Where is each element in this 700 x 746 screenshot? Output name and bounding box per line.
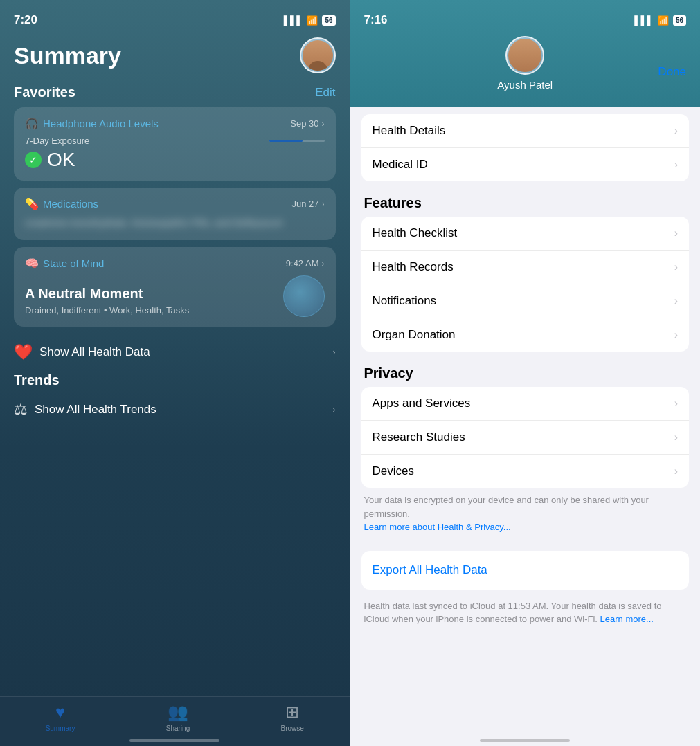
health-details-label: Health Details <box>373 124 446 138</box>
nav-browse[interactable]: ⊞ Browse <box>280 702 303 732</box>
privacy-note: Your data is encrypted on your device an… <box>361 488 690 537</box>
health-records-chevron: › <box>674 261 678 273</box>
wifi-icon: 📶 <box>307 15 318 26</box>
mood-label: A Neutral Moment <box>25 286 189 302</box>
status-icons-right: ▌▌▌ 📶 56 <box>634 15 686 26</box>
browse-nav-label: Browse <box>280 725 303 732</box>
mind-date: 9:42 AM › <box>286 258 325 269</box>
export-button[interactable]: Export All Health Data <box>361 551 690 590</box>
show-all-health-trends-row[interactable]: ⚖ Show All Health Trends › <box>14 395 336 424</box>
icloud-note: Health data last synced to iCloud at 11:… <box>361 597 690 629</box>
meds-blurred-text: creatinine monohydrate, Homeopathic Pill… <box>25 216 325 230</box>
organ-donation-label: Organ Donation <box>373 328 456 342</box>
devices-label: Devices <box>373 464 414 478</box>
privacy-section: Privacy Apps and Services › Research Stu… <box>361 365 690 537</box>
privacy-link[interactable]: Learn more about Health & Privacy... <box>364 522 511 532</box>
exposure-fill <box>269 140 303 142</box>
show-all-chevron: › <box>333 347 336 357</box>
left-panel: 7:20 ▌▌▌ 📶 56 Summary Favorites Edit <box>0 0 350 746</box>
profile-items-card: Health Details › Medical ID › <box>361 114 690 181</box>
headphone-chevron: › <box>322 119 325 129</box>
profile-section: Ayush Patel Done <box>350 30 701 91</box>
favorites-title: Favorites <box>14 84 75 100</box>
health-records-label: Health Records <box>373 260 454 274</box>
browse-nav-icon: ⊞ <box>285 702 299 722</box>
trends-title: Trends <box>14 372 60 388</box>
favorites-section: Favorites Edit 🎧 Headphone Audio Levels … <box>14 84 336 327</box>
health-records-item[interactable]: Health Records › <box>361 251 690 284</box>
exposure-row: 7-Day Exposure <box>25 136 325 146</box>
avatar-face <box>303 40 333 71</box>
export-label: Export All Health Data <box>373 563 487 576</box>
trends-icon: ⚖ <box>14 401 28 419</box>
battery-right: 56 <box>673 15 686 26</box>
icloud-link[interactable]: Learn more... <box>600 614 654 624</box>
edit-button[interactable]: Edit <box>315 86 335 100</box>
health-checklist-label: Health Checklist <box>373 226 458 240</box>
notifications-item[interactable]: Notifications › <box>361 284 690 318</box>
ok-status: OK <box>47 149 75 171</box>
ok-row: ✓ OK <box>25 149 325 171</box>
page-title: Summary <box>14 42 121 69</box>
signal-icon: ▌▌▌ <box>284 15 303 26</box>
health-checklist-item[interactable]: Health Checklist › <box>361 217 690 251</box>
mind-orb <box>283 275 325 317</box>
show-all-trends-label: Show All Health Trends <box>35 403 326 417</box>
research-studies-label: Research Studies <box>373 430 465 444</box>
profile-name: Ayush Patel <box>497 79 553 91</box>
privacy-card: Apps and Services › Research Studies › D… <box>361 387 690 488</box>
notifications-chevron: › <box>674 295 678 307</box>
headphone-title: Headphone Audio Levels <box>43 118 159 129</box>
meds-date: Jun 27 › <box>291 199 324 209</box>
devices-item[interactable]: Devices › <box>361 455 690 488</box>
ok-check-icon: ✓ <box>25 152 42 168</box>
battery-left: 56 <box>322 15 335 26</box>
nav-summary[interactable]: ♥ Summary <box>46 702 75 732</box>
health-details-item[interactable]: Health Details › <box>361 114 690 148</box>
status-bar-right: 7:16 ▌▌▌ 📶 56 <box>350 0 701 30</box>
show-all-health-data-label: Show All Health Data <box>39 345 326 359</box>
medical-id-chevron: › <box>674 158 678 171</box>
mind-title: State of Mind <box>43 257 104 269</box>
time-left: 7:20 <box>14 13 37 27</box>
devices-chevron: › <box>674 465 678 477</box>
apps-services-label: Apps and Services <box>373 397 471 410</box>
mind-chevron: › <box>322 259 325 269</box>
medical-id-item[interactable]: Medical ID › <box>361 148 690 181</box>
trends-chevron: › <box>333 405 336 415</box>
wifi-icon-right: 📶 <box>658 15 669 26</box>
mind-card-inner: A Neutral Moment Drained, Indifferent • … <box>25 275 325 317</box>
trends-header: Trends <box>14 372 336 388</box>
show-all-health-data-row[interactable]: ❤️ Show All Health Data › <box>14 335 336 370</box>
summary-nav-icon: ♥ <box>55 702 65 722</box>
apps-services-item[interactable]: Apps and Services › <box>361 387 690 421</box>
research-studies-item[interactable]: Research Studies › <box>361 421 690 455</box>
meds-card-header: 💊 Medications Jun 27 › <box>25 197 325 210</box>
privacy-header: Privacy <box>361 365 690 381</box>
headphone-card[interactable]: 🎧 Headphone Audio Levels Sep 30 › 7-Day … <box>14 107 336 181</box>
profile-items-section: Health Details › Medical ID › <box>361 114 690 181</box>
left-content: Summary Favorites Edit 🎧 Headphone Audio… <box>0 30 350 424</box>
nav-sharing[interactable]: 👥 Sharing <box>166 702 190 732</box>
summary-nav-label: Summary <box>46 725 75 732</box>
mind-text-block: A Neutral Moment Drained, Indifferent • … <box>25 286 189 317</box>
right-panel-inner: 7:16 ▌▌▌ 📶 56 Ayush Patel Done Health De… <box>350 0 701 746</box>
status-icons-left: ▌▌▌ 📶 56 <box>284 15 336 26</box>
right-list-container: Health Details › Medical ID › Features H… <box>350 107 701 746</box>
mind-icon: 🧠 <box>25 257 39 270</box>
time-right: 7:16 <box>364 13 388 27</box>
meds-title-row: 💊 Medications <box>25 197 98 210</box>
meds-icon: 💊 <box>25 197 39 210</box>
done-button[interactable]: Done <box>658 65 686 79</box>
health-details-chevron: › <box>674 125 678 137</box>
home-indicator-left <box>129 739 219 742</box>
features-header: Features <box>361 195 690 211</box>
research-studies-chevron: › <box>674 431 678 444</box>
notifications-label: Notifications <box>373 294 437 308</box>
headphone-title-row: 🎧 Headphone Audio Levels <box>25 117 159 130</box>
headphone-icon: 🎧 <box>25 117 39 130</box>
avatar[interactable] <box>300 37 336 73</box>
state-of-mind-card[interactable]: 🧠 State of Mind 9:42 AM › A Neutral Mome… <box>14 247 336 327</box>
organ-donation-item[interactable]: Organ Donation › <box>361 318 690 352</box>
medications-card[interactable]: 💊 Medications Jun 27 › creatinine monohy… <box>14 188 336 240</box>
